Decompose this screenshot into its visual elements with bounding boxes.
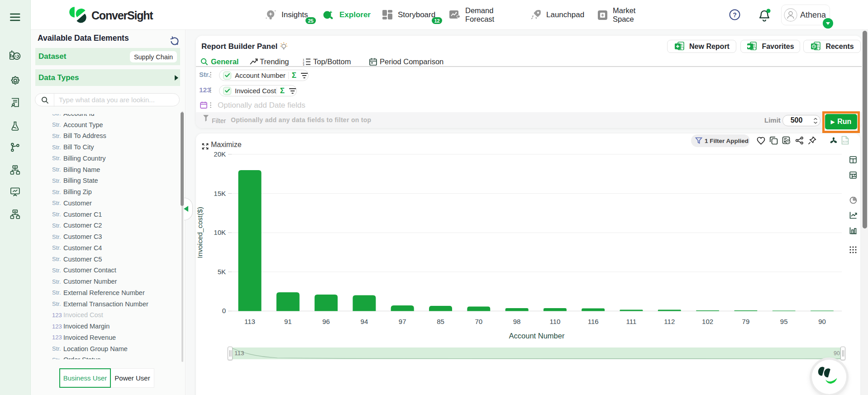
- svg-text:1: 1: [303, 58, 305, 61]
- svg-text:0: 0: [222, 307, 226, 314]
- svg-text:5K: 5K: [218, 268, 226, 276]
- svg-text:?: ?: [733, 11, 737, 19]
- svg-text:79: 79: [742, 318, 750, 325]
- svg-text:102: 102: [702, 318, 713, 325]
- svg-text:70: 70: [475, 318, 482, 325]
- svg-text:110: 110: [549, 318, 560, 325]
- svg-text:111: 111: [626, 318, 637, 325]
- svg-text:Invoiced_cost($): Invoiced_cost($): [196, 207, 204, 258]
- svg-text:15K: 15K: [214, 190, 226, 197]
- svg-text:85: 85: [437, 318, 444, 325]
- svg-text:96: 96: [322, 318, 330, 325]
- svg-text:95: 95: [780, 318, 788, 325]
- svg-text:94: 94: [361, 318, 368, 325]
- svg-text:20K: 20K: [214, 150, 226, 158]
- svg-text:3: 3: [303, 63, 305, 66]
- svg-text:112: 112: [664, 318, 675, 325]
- svg-text:97: 97: [399, 318, 406, 325]
- svg-text:113: 113: [244, 318, 255, 325]
- svg-text:XLSX: XLSX: [843, 141, 848, 143]
- svg-text:116: 116: [588, 318, 599, 325]
- svg-text:10K: 10K: [214, 228, 226, 236]
- svg-text:91: 91: [284, 318, 292, 325]
- svg-text:90: 90: [818, 318, 826, 325]
- svg-text:Account Number: Account Number: [509, 332, 565, 340]
- svg-text:98: 98: [513, 318, 521, 325]
